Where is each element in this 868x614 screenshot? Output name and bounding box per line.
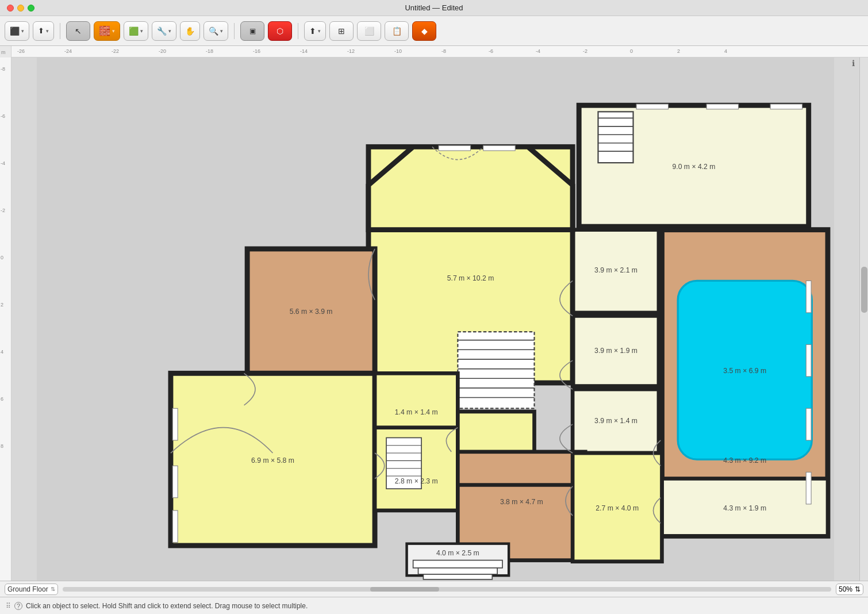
room-label-r8: 9.0 m × 4.2 m [673, 163, 716, 171]
room-label-r1: 5.6 m × 3.9 m [290, 308, 333, 316]
ruler-h-mark: -12 [347, 48, 355, 54]
elevation-button[interactable]: ⬜ [357, 21, 381, 41]
room-label-r9: 1.4 m × 1.4 m [395, 408, 438, 416]
chevron-down-icon: ▾ [140, 28, 143, 34]
select-tool-button[interactable]: ↖ [66, 21, 90, 41]
ruler-v-mark: -4 [1, 160, 5, 166]
room-label-r10: 2.8 m × 2.3 m [395, 477, 438, 485]
ruler-v-mark: 2 [1, 302, 3, 308]
toolbar-separator [60, 23, 60, 39]
horizontal-scrollbar[interactable] [63, 587, 831, 592]
floor-tool-button[interactable]: 🟩 ▾ [124, 21, 148, 41]
room-label-r14: 4.3 m × 9.2 m [723, 456, 766, 465]
room-label-r16: 4.0 m × 2.5 m [436, 549, 479, 557]
close-button[interactable] [7, 5, 14, 11]
toolbar-separator [234, 23, 235, 39]
toolbar-separator [298, 23, 298, 39]
horizontal-scroll-thumb[interactable] [370, 587, 439, 592]
vertical-scroll-thumb[interactable] [861, 267, 867, 313]
ruler-corner: m [0, 46, 11, 57]
pan-tool-button[interactable]: ✋ [180, 21, 200, 41]
ruler-h-mark: -26 [17, 48, 25, 54]
material-button[interactable]: ◆ [412, 21, 436, 41]
ruler-v-mark: 8 [1, 443, 3, 449]
chevron-up-down-icon: ⇅ [51, 586, 55, 592]
zoom-icon: 🔍 [209, 26, 218, 36]
2d-icon: ▣ [249, 27, 256, 35]
share-icon: ⬆ [38, 26, 44, 35]
ruler-v-mark: 0 [1, 255, 3, 260]
elevation-icon: ⬜ [364, 26, 374, 36]
ruler-h-mark: -4 [536, 48, 540, 54]
ruler-h-mark: -18 [206, 48, 213, 54]
svg-rect-2 [598, 112, 633, 163]
svg-rect-51 [172, 408, 178, 440]
ruler-h-mark: 0 [630, 48, 633, 54]
status-info-icon: ? [14, 602, 22, 610]
maximize-button[interactable] [28, 5, 34, 11]
wall-tool-button[interactable]: 🧱 ▾ [94, 21, 120, 41]
room-label-r4: 3.9 m × 2.1 m [594, 266, 637, 274]
floorplan-icon: ⊞ [338, 26, 345, 36]
canvas-area[interactable]: ℹ 9.0 m × 4.2 m 3.5 m × 6.9 m 4.3 [11, 57, 859, 581]
horizontal-ruler-container: m -26-24-22-20-18-16-14-12-10-8-6-4-2024 [0, 46, 868, 57]
room-label-r15: 4.3 m × 1.9 m [723, 504, 766, 512]
svg-rect-43 [483, 145, 515, 151]
svg-rect-53 [172, 511, 178, 542]
floor-selector-value: Ground Floor [7, 585, 48, 593]
zoom-selector[interactable]: 50% ⇅ [836, 584, 863, 595]
hand-icon: ✋ [185, 26, 195, 36]
vertical-scrollbar[interactable] [859, 57, 868, 581]
floorplan-button[interactable]: ⊞ [329, 21, 354, 41]
room-label-r12: 3.8 m × 4.7 m [500, 498, 543, 506]
room-label-r5: 3.9 m × 1.9 m [594, 347, 637, 355]
ruler-unit-label: m [0, 49, 6, 55]
report-button[interactable]: 📋 [385, 21, 409, 41]
zoom-tool-button[interactable]: 🔍 ▾ [203, 21, 228, 41]
ruler-h-mark: -24 [64, 48, 72, 54]
room-label-r3: 6.9 m × 5.8 m [251, 456, 294, 465]
status-message: Click an object to select. Hold Shift an… [26, 602, 308, 610]
svg-rect-44 [806, 281, 811, 312]
vertical-ruler: -8-6-4-202468 [0, 57, 11, 581]
svg-rect-40 [418, 568, 498, 574]
2d-view-button[interactable]: ▣ [240, 21, 264, 41]
svg-rect-41 [423, 574, 492, 580]
ruler-v-mark: 6 [1, 396, 3, 402]
chevron-down-icon: ▾ [21, 28, 24, 34]
status-grip-icon: ⠿ [6, 602, 11, 610]
minimize-button[interactable] [17, 5, 24, 11]
material-icon: ◆ [421, 26, 428, 36]
ruler-v-mark: -2 [1, 208, 5, 213]
window-title: Untitled — Edited [405, 3, 463, 12]
zoom-value: 50% [839, 585, 852, 593]
svg-rect-48 [636, 104, 668, 109]
room-label-r2: 5.7 m × 10.2 m [447, 274, 494, 282]
share-export-button[interactable]: ⬆ ▾ [33, 21, 54, 41]
ruler-h-mark: -10 [394, 48, 402, 54]
ruler-h-mark: -6 [489, 48, 493, 54]
wall-icon: 🧱 [99, 25, 110, 36]
svg-marker-15 [368, 147, 573, 229]
chevron-down-icon: ▾ [318, 28, 321, 34]
view-toggle-button[interactable]: ⬛ ▾ [5, 21, 29, 41]
ruler-h-mark: -22 [112, 48, 119, 54]
ruler-h-mark: -14 [300, 48, 308, 54]
3d-view-button[interactable]: ⬡ [268, 21, 292, 41]
floor-selector[interactable]: Ground Floor ⇅ [5, 584, 58, 595]
ruler-v-mark: -6 [1, 113, 5, 119]
floorplan-svg[interactable]: 9.0 m × 4.2 m 3.5 m × 6.9 m 4.3 m × 1.9 … [11, 57, 859, 581]
room-label-r13: 2.7 m × 4.0 m [596, 504, 639, 512]
share-button[interactable]: ⬆ ▾ [304, 21, 326, 41]
fixture-tool-button[interactable]: 🔧 ▾ [152, 21, 176, 41]
chevron-down-icon: ▾ [112, 28, 115, 34]
svg-rect-46 [806, 408, 811, 440]
ruler-h-mark: -16 [253, 48, 260, 54]
svg-rect-49 [706, 104, 738, 109]
floor-icon: 🟩 [129, 26, 139, 36]
fixture-icon: 🔧 [157, 26, 167, 36]
ruler-h-mark: 4 [724, 48, 727, 54]
cursor-icon: ↖ [75, 26, 82, 36]
status-bar: ⠿ ? Click an object to select. Hold Shif… [0, 597, 868, 614]
bottom-bar: Ground Floor ⇅ 50% ⇅ [0, 581, 868, 597]
